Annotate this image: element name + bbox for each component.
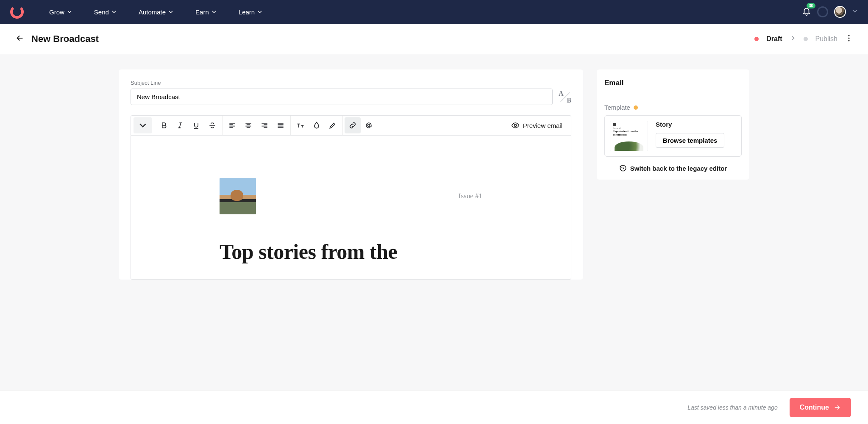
chevron-right-icon xyxy=(790,35,796,41)
chevron-down-icon xyxy=(852,8,858,14)
status-draft[interactable]: Draft xyxy=(766,35,782,43)
account-menu-button[interactable] xyxy=(852,8,858,16)
chevron-down-icon xyxy=(67,9,72,14)
align-left-icon xyxy=(228,121,236,130)
progress-ring-icon[interactable] xyxy=(817,6,828,17)
strikethrough-icon xyxy=(208,121,217,130)
align-right-button[interactable] xyxy=(256,117,273,133)
sidebar-panel: Email Template Issue #1 Top stories from… xyxy=(597,69,749,180)
status-separator xyxy=(790,35,796,43)
nav-item-learn[interactable]: Learn xyxy=(239,8,262,16)
mention-button[interactable] xyxy=(361,117,377,133)
color-button[interactable] xyxy=(309,117,325,133)
chevron-down-icon xyxy=(111,9,117,14)
status-dot-draft xyxy=(754,37,759,41)
editor-canvas[interactable]: Issue #1 Top stories from the xyxy=(131,136,571,280)
nav-item-automate[interactable]: Automate xyxy=(139,8,173,16)
template-card: Issue #1 Top stories from the community … xyxy=(604,115,742,157)
top-nav: Grow Send Automate Earn Learn 30 xyxy=(0,0,868,24)
link-button[interactable] xyxy=(345,117,361,133)
align-center-button[interactable] xyxy=(240,117,256,133)
editor-panel: Subject Line A B xyxy=(119,69,583,280)
template-name: Story xyxy=(656,121,724,128)
italic-button[interactable] xyxy=(172,117,188,133)
template-label-text: Template xyxy=(604,104,630,111)
droplet-icon xyxy=(312,121,321,130)
preview-label: Preview email xyxy=(523,122,562,129)
page-title: New Broadcast xyxy=(31,33,99,44)
svg-point-2 xyxy=(848,37,849,39)
svg-point-5 xyxy=(514,125,516,127)
status-publish[interactable]: Publish xyxy=(815,35,837,43)
svg-point-0 xyxy=(10,5,24,19)
notifications-button[interactable]: 30 xyxy=(802,6,811,17)
align-right-icon xyxy=(260,121,269,130)
status-dot-publish xyxy=(804,37,808,41)
arrow-left-icon xyxy=(15,33,25,43)
nav-item-earn[interactable]: Earn xyxy=(195,8,217,16)
sidebar-title: Email xyxy=(604,79,742,96)
chevron-down-icon xyxy=(257,9,262,14)
notification-badge: 30 xyxy=(807,3,815,8)
issue-number[interactable]: Issue #1 xyxy=(459,192,482,200)
align-left-button[interactable] xyxy=(224,117,240,133)
back-button[interactable] xyxy=(15,33,25,44)
subject-label: Subject Line xyxy=(131,80,571,86)
page-header-right: Draft Publish xyxy=(754,34,853,44)
bold-icon xyxy=(160,121,168,130)
underline-icon xyxy=(192,121,200,130)
nav-items: Grow Send Automate Earn Learn xyxy=(49,8,262,16)
page-header: New Broadcast Draft Publish xyxy=(0,24,868,54)
paragraph-style-button[interactable] xyxy=(134,117,152,133)
align-justify-button[interactable] xyxy=(273,117,289,133)
text-size-button[interactable] xyxy=(292,117,309,133)
nav-item-label: Automate xyxy=(139,8,166,16)
headline-text[interactable]: Top stories from the xyxy=(220,240,482,264)
chevron-down-icon xyxy=(211,9,217,14)
link-icon xyxy=(348,121,357,130)
workspace: Subject Line A B xyxy=(103,54,765,322)
history-icon xyxy=(619,164,627,172)
bold-button[interactable] xyxy=(156,117,172,133)
template-thumb-text: Top stories from the community xyxy=(613,130,645,136)
chevron-down-icon xyxy=(168,9,173,14)
legacy-link-label: Switch back to the legacy editor xyxy=(630,165,727,172)
logo[interactable] xyxy=(10,5,24,19)
legacy-editor-link[interactable]: Switch back to the legacy editor xyxy=(604,164,742,172)
template-status-dot xyxy=(634,105,638,110)
logo-icon xyxy=(10,5,24,19)
strikethrough-button[interactable] xyxy=(204,117,220,133)
svg-point-1 xyxy=(848,35,849,36)
underline-button[interactable] xyxy=(188,117,204,133)
text-size-icon xyxy=(296,121,305,130)
highlight-button[interactable] xyxy=(325,117,341,133)
nav-item-label: Send xyxy=(94,8,109,16)
align-justify-icon xyxy=(276,121,285,130)
hero-image[interactable] xyxy=(220,178,256,214)
template-section-label: Template xyxy=(604,104,742,111)
top-nav-right: 30 xyxy=(802,6,858,18)
editor-toolbar: Preview email xyxy=(131,115,571,136)
avatar[interactable] xyxy=(834,6,846,18)
more-menu-button[interactable] xyxy=(845,34,853,44)
nav-item-label: Learn xyxy=(239,8,255,16)
at-icon xyxy=(364,121,373,130)
browse-templates-button[interactable]: Browse templates xyxy=(656,133,724,148)
template-thumbnail[interactable]: Issue #1 Top stories from the community xyxy=(610,121,648,151)
chevron-down-icon xyxy=(139,121,147,130)
kebab-icon xyxy=(845,34,853,42)
ab-b-icon: B xyxy=(567,97,571,104)
eye-icon xyxy=(511,121,520,130)
preview-email-button[interactable]: Preview email xyxy=(511,121,568,130)
highlighter-icon xyxy=(328,121,337,130)
ab-test-button[interactable]: A B xyxy=(559,91,571,103)
nav-item-label: Earn xyxy=(195,8,209,16)
svg-point-3 xyxy=(848,40,849,41)
italic-icon xyxy=(176,121,184,130)
nav-item-label: Grow xyxy=(49,8,64,16)
nav-item-send[interactable]: Send xyxy=(94,8,117,16)
nav-item-grow[interactable]: Grow xyxy=(49,8,72,16)
subject-input[interactable] xyxy=(131,89,553,105)
align-center-icon xyxy=(244,121,253,130)
